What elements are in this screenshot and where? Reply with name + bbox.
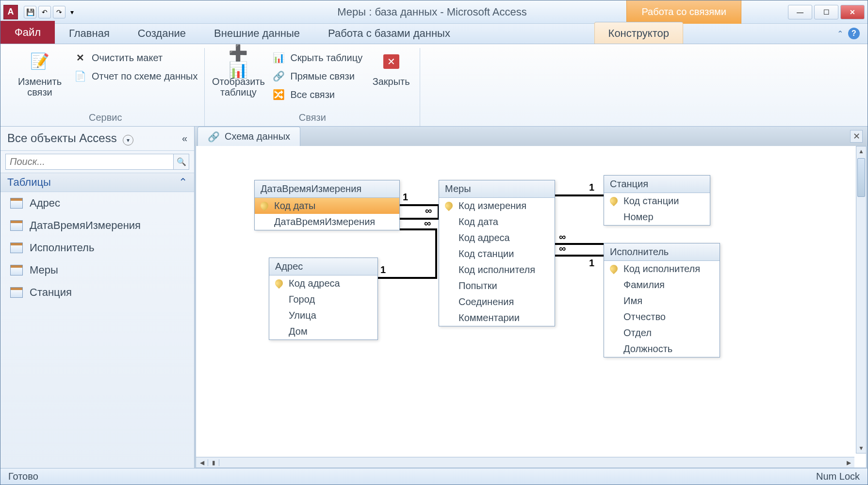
table-header[interactable]: ДатаВремяИзмерения xyxy=(255,180,399,198)
vertical-scrollbar[interactable]: ▲ ▼ xyxy=(856,146,867,453)
help-button[interactable]: ? xyxy=(848,28,860,39)
group-service-label: Сервис xyxy=(13,110,197,126)
field-popytki[interactable]: Попытки xyxy=(439,278,555,294)
clear-icon: ✕ xyxy=(73,51,87,65)
field-kod-izmereniya[interactable]: Код измерения xyxy=(439,198,555,214)
nav-table-mery[interactable]: Меры xyxy=(0,259,194,281)
relation-line xyxy=(399,228,437,230)
nav-table-stanciya[interactable]: Станция xyxy=(0,281,194,304)
save-button[interactable]: 💾 xyxy=(24,6,36,18)
all-relations-icon: 🔀 xyxy=(272,88,285,101)
document-tabs: 🔗 Схема данных ✕ xyxy=(195,127,868,146)
table-icon xyxy=(10,242,23,253)
hide-table-button[interactable]: 📊 Скрыть таблицу xyxy=(272,51,362,65)
field-familiya[interactable]: Фамилия xyxy=(604,277,720,293)
field-kod-daty[interactable]: Код даты xyxy=(255,198,399,214)
tab-dbwork[interactable]: Работа с базами данных xyxy=(314,22,464,44)
relation-line xyxy=(555,255,604,257)
table-stanciya[interactable]: Станция Код станции Номер xyxy=(604,175,710,226)
undo-button[interactable]: ↶ xyxy=(38,6,51,18)
nav-section-tables[interactable]: Таблицы ⌃ xyxy=(0,173,194,192)
scroll-down-icon[interactable]: ▼ xyxy=(856,443,866,453)
field-datavremya[interactable]: ДатаВремяИзмерения xyxy=(255,214,399,230)
field-kommentarii[interactable]: Комментарии xyxy=(439,310,555,326)
all-relations-button[interactable]: 🔀 Все связи xyxy=(272,88,362,101)
field-ulica[interactable]: Улица xyxy=(269,307,377,323)
cardinality-many: ∞ xyxy=(559,231,566,242)
tab-external[interactable]: Внешние данные xyxy=(200,22,314,44)
edit-relations-button[interactable]: 📝 Изменить связи xyxy=(13,48,66,97)
tab-create[interactable]: Создание xyxy=(124,22,200,44)
field-kod-adresa[interactable]: Код адреса xyxy=(269,275,377,291)
field-kod-stancii[interactable]: Код станции xyxy=(604,193,710,209)
field-dolzhnost[interactable]: Должность xyxy=(604,341,720,357)
field-soedineniya[interactable]: Соединения xyxy=(439,294,555,310)
window-controls: — ☐ ✕ xyxy=(788,5,865,19)
table-header[interactable]: Адрес xyxy=(269,258,377,275)
direct-relations-button[interactable]: 🔗 Прямые связи xyxy=(272,69,362,83)
tab-file[interactable]: Файл xyxy=(0,21,55,44)
table-datavremya[interactable]: ДатаВремяИзмерения Код даты ДатаВремяИзм… xyxy=(254,180,400,230)
table-mery[interactable]: Меры Код измерения Код дата Код адреса К… xyxy=(439,180,555,326)
field-dom[interactable]: Дом xyxy=(269,323,377,340)
search-input[interactable] xyxy=(5,154,174,170)
field-kod-data[interactable]: Код дата xyxy=(439,214,555,230)
table-adres[interactable]: Адрес Код адреса Город Улица Дом xyxy=(269,258,378,340)
cardinality-many: ∞ xyxy=(425,205,432,216)
field-otchestvo[interactable]: Отчество xyxy=(604,309,720,325)
scroll-up-icon[interactable]: ▲ xyxy=(856,146,866,156)
schema-icon: 🔗 xyxy=(208,131,220,143)
scroll-thumb[interactable] xyxy=(857,158,865,197)
nav-header[interactable]: Все объекты Access ▾ « xyxy=(0,127,194,151)
nav-table-ispolnitel[interactable]: Исполнитель xyxy=(0,237,194,259)
qat-customize-button[interactable]: ▾ xyxy=(67,6,76,18)
cardinality-one: 1 xyxy=(589,182,594,193)
table-ispolnitel[interactable]: Исполнитель Код исполнителя Фамилия Имя … xyxy=(604,243,720,357)
redo-button[interactable]: ↷ xyxy=(53,6,66,18)
show-table-button[interactable]: ➕📊 Отобразить таблицу xyxy=(212,48,265,97)
relation-line xyxy=(435,228,437,279)
tab-designer[interactable]: Конструктор xyxy=(594,22,683,44)
schema-report-button[interactable]: 📄 Отчет по схеме данных xyxy=(73,69,197,83)
field-kod-ispolnitelya[interactable]: Код исполнителя xyxy=(604,261,720,277)
table-header[interactable]: Станция xyxy=(604,176,710,193)
scroll-right-icon[interactable]: ▶ xyxy=(843,459,854,466)
ribbon-controls: ⌃ ? xyxy=(837,28,860,39)
nav-item-label: Станция xyxy=(30,286,72,299)
field-imya[interactable]: Имя xyxy=(604,293,720,309)
field-gorod[interactable]: Город xyxy=(269,291,377,307)
close-window-button[interactable]: ✕ xyxy=(840,5,865,19)
edit-relations-icon: 📝 xyxy=(28,50,51,73)
tab-home[interactable]: Главная xyxy=(55,22,124,44)
field-kod-stancii[interactable]: Код станции xyxy=(439,246,555,262)
field-nomer[interactable]: Номер xyxy=(604,209,710,225)
table-icon xyxy=(10,220,23,231)
search-go-button[interactable]: 🔍 xyxy=(174,154,189,170)
navigation-pane: Все объекты Access ▾ « 🔍 Таблицы ⌃ Адрес… xyxy=(0,127,195,468)
nav-table-datavremya[interactable]: ДатаВремяИзмерения xyxy=(0,214,194,237)
table-header[interactable]: Меры xyxy=(439,180,555,198)
nav-table-adres[interactable]: Адрес xyxy=(0,192,194,214)
clear-layout-label: Очистить макет xyxy=(92,52,163,64)
cardinality-many: ∞ xyxy=(424,218,431,229)
horizontal-scrollbar[interactable]: ◀ ▮ ▶ xyxy=(196,457,854,468)
relationships-canvas[interactable]: 1 ∞ 1 ∞ 1 ∞ ∞ 1 ДатаВремяИзмерения Код д… xyxy=(196,146,867,468)
tab-schema[interactable]: 🔗 Схема данных xyxy=(197,127,300,146)
close-relations-button[interactable]: ✕ Закрыть xyxy=(369,48,413,87)
field-kod-adresa[interactable]: Код адреса xyxy=(439,230,555,246)
field-otdel[interactable]: Отдел xyxy=(604,325,720,341)
clear-layout-button[interactable]: ✕ Очистить макет xyxy=(73,51,197,65)
nav-item-label: ДатаВремяИзмерения xyxy=(30,219,141,232)
nav-dropdown-icon[interactable]: ▾ xyxy=(123,135,133,146)
minimize-ribbon-button[interactable]: ⌃ xyxy=(837,29,843,38)
maximize-button[interactable]: ☐ xyxy=(814,5,838,19)
nav-collapse-button[interactable]: « xyxy=(182,133,187,144)
scroll-left-icon[interactable]: ◀ xyxy=(196,459,208,466)
table-header[interactable]: Исполнитель xyxy=(604,243,720,261)
nav-item-label: Меры xyxy=(30,264,58,276)
edit-relations-label: Изменить связи xyxy=(13,76,66,97)
schema-report-label: Отчет по схеме данных xyxy=(92,71,197,82)
field-kod-ispolnitelya[interactable]: Код исполнителя xyxy=(439,262,555,278)
close-document-button[interactable]: ✕ xyxy=(850,130,863,143)
minimize-button[interactable]: — xyxy=(788,5,812,19)
